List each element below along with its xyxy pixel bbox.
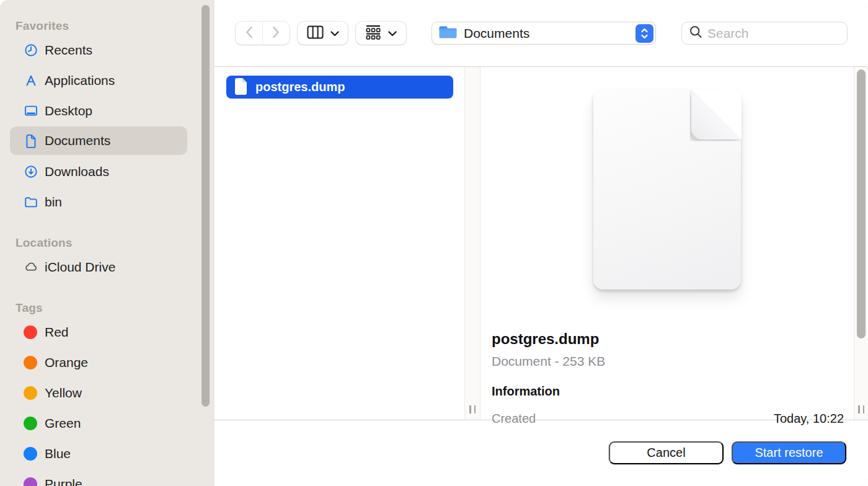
tag-color-dot (24, 325, 37, 339)
sidebar-item-label: Blue (45, 446, 71, 461)
main-area: Documents (215, 0, 868, 486)
navigation-buttons (236, 22, 290, 45)
tag-color-dot (24, 356, 37, 369)
document-preview-icon (593, 90, 741, 289)
sidebar-item-label: Purple (45, 477, 82, 486)
chevron-down-icon (388, 28, 397, 39)
sidebar-item-label: Documents (45, 133, 110, 148)
start-restore-button[interactable]: Start restore (732, 441, 846, 464)
sidebar-item-label: Yellow (45, 386, 82, 400)
preview-file-meta: Document - 253 KB (492, 354, 844, 369)
clock-icon (24, 43, 38, 58)
open-dialog-window: Favorites Recents Applications Desktop (0, 0, 868, 486)
file-list-column: postgres.dump (215, 67, 464, 420)
sidebar-item-label: Red (45, 325, 69, 340)
sidebar-item-label: Applications (45, 73, 115, 88)
sidebar-item-label: Green (45, 416, 81, 431)
file-icon (234, 77, 248, 97)
sidebar-item-applications[interactable]: Applications (0, 65, 215, 95)
sidebar-item-tag-green[interactable]: Green (0, 408, 215, 438)
column-resize-handle[interactable] (469, 405, 476, 413)
preview-info-row: Created Today, 10:22 (492, 412, 844, 426)
sidebar-item-downloads[interactable]: Downloads (0, 156, 215, 187)
preview-info: postgres.dump Document - 253 KB Informat… (492, 330, 844, 426)
dialog-footer: Cancel Start restore (215, 420, 868, 486)
sidebar-item-tag-purple[interactable]: Purple (0, 469, 215, 486)
sidebar-item-label: Desktop (45, 104, 92, 118)
sidebar-item-tag-red[interactable]: Red (0, 317, 215, 347)
column-divider (464, 67, 480, 420)
preview-scrollbar[interactable] (857, 69, 866, 338)
search-input[interactable] (707, 26, 831, 41)
preview-scroll-strip (854, 67, 868, 420)
dropdown-stepper-icon (636, 24, 653, 43)
file-browser: postgres.dump postgres.dump Document - 2… (215, 67, 868, 420)
sidebar-item-icloud-drive[interactable]: iCloud Drive (0, 252, 215, 282)
back-button[interactable] (236, 22, 262, 45)
sidebar-item-label: Orange (45, 355, 88, 370)
tag-color-dot (24, 417, 37, 430)
search-field[interactable] (681, 22, 848, 45)
sidebar-item-bin[interactable]: bin (0, 187, 215, 217)
sidebar-item-label: Recents (45, 43, 92, 58)
file-row-postgres-dump[interactable]: postgres.dump (226, 76, 453, 99)
tag-color-dot (24, 477, 37, 486)
info-value-created: Today, 10:22 (774, 412, 844, 426)
preview-file-name: postgres.dump (492, 330, 844, 348)
download-circle-icon (24, 164, 38, 179)
sidebar-item-tag-yellow[interactable]: Yellow (0, 378, 215, 408)
cancel-button[interactable]: Cancel (609, 441, 724, 464)
sidebar-item-label: iCloud Drive (45, 260, 115, 275)
forward-button[interactable] (262, 22, 290, 45)
group-items-icon (365, 25, 381, 42)
sidebar-scrollbar[interactable] (202, 5, 210, 407)
tag-color-dot (24, 386, 37, 400)
desktop-icon (24, 104, 38, 118)
column-resize-handle[interactable] (858, 405, 864, 413)
chevron-down-icon (330, 28, 339, 39)
sidebar-section-locations: Locations (0, 234, 215, 252)
sidebar-item-tag-blue[interactable]: Blue (0, 438, 215, 469)
column-view-button[interactable] (298, 22, 348, 45)
info-label-created: Created (492, 412, 536, 426)
group-view-button[interactable] (356, 22, 406, 45)
document-icon (24, 133, 38, 148)
sidebar-item-recents[interactable]: Recents (0, 35, 215, 65)
app-store-icon (24, 73, 38, 88)
sidebar-item-label: bin (45, 195, 62, 210)
sidebar-section-favorites: Favorites (0, 17, 215, 35)
preview-pane: postgres.dump Document - 253 KB Informat… (480, 67, 854, 420)
sidebar-item-label: Downloads (45, 164, 109, 179)
preview-information-header: Information (492, 384, 844, 399)
tag-color-dot (24, 447, 37, 461)
columns-icon (307, 25, 324, 42)
location-dropdown-label: Documents (464, 26, 529, 41)
search-icon (689, 25, 702, 41)
chevron-right-icon (272, 25, 280, 42)
location-dropdown[interactable]: Documents (432, 22, 656, 45)
sidebar-item-desktop[interactable]: Desktop (0, 95, 215, 126)
sidebar-section-tags: Tags (0, 299, 215, 317)
cloud-icon (24, 260, 38, 275)
sidebar: Favorites Recents Applications Desktop (0, 0, 215, 486)
toolbar: Documents (215, 0, 868, 67)
sidebar-item-tag-orange[interactable]: Orange (0, 347, 215, 378)
folder-icon (24, 195, 38, 210)
folder-blue-icon (438, 24, 458, 42)
sidebar-item-documents[interactable]: Documents (10, 126, 187, 155)
file-name: postgres.dump (255, 80, 345, 94)
chevron-left-icon (245, 25, 253, 42)
